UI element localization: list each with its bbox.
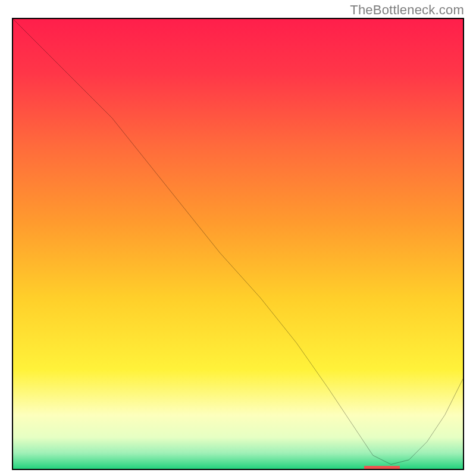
- plot-frame: [12, 18, 464, 470]
- bottleneck-curve: [13, 19, 463, 469]
- watermark-text: TheBottleneck.com: [350, 2, 464, 18]
- optimal-range-marker: [364, 466, 400, 469]
- chart-stage: TheBottleneck.com: [0, 0, 476, 476]
